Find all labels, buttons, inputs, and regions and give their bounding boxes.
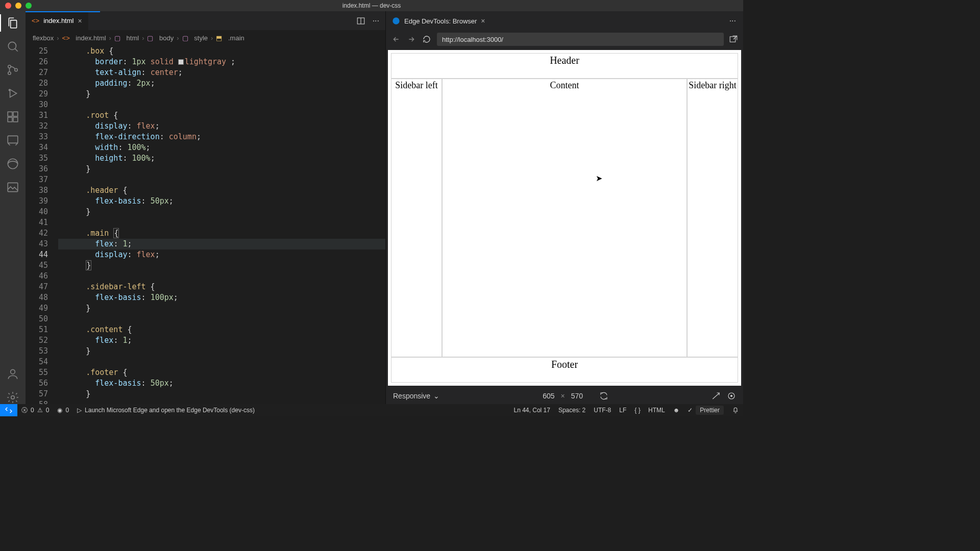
close-window-icon[interactable] bbox=[5, 3, 11, 9]
breadcrumbs[interactable]: flexbox › <> index.html › ▢ html › ▢ bod… bbox=[26, 31, 385, 45]
viewport-width[interactable]: 605 bbox=[543, 392, 554, 400]
close-icon[interactable]: × bbox=[78, 17, 82, 25]
task-label: Launch Microsoft Edge and open the Edge … bbox=[85, 407, 255, 414]
main-body: <> index.html × ··· flexbox › <> index.h… bbox=[0, 11, 743, 404]
chevron-right-icon: › bbox=[211, 34, 213, 42]
preview-header: Header bbox=[391, 53, 738, 79]
svg-point-12 bbox=[11, 369, 15, 374]
settings-gear-icon[interactable] bbox=[6, 391, 19, 404]
code-editor[interactable]: 2526272829303132333435363738394041424344… bbox=[26, 45, 385, 404]
tab-label: Edge DevTools: Browser bbox=[404, 17, 477, 25]
problems-group[interactable]: ⓧ0 ⚠0 bbox=[17, 406, 53, 415]
window-title: index.html — dev-css bbox=[342, 2, 401, 9]
edge-browser-icon bbox=[392, 17, 400, 25]
viewport-height[interactable]: 570 bbox=[571, 392, 583, 400]
split-editor-icon[interactable] bbox=[356, 16, 365, 26]
editor-tab-actions: ··· bbox=[356, 11, 385, 30]
svg-rect-6 bbox=[8, 117, 12, 122]
tab-edge-devtools[interactable]: Edge DevTools: Browser × bbox=[386, 11, 492, 31]
account-icon[interactable] bbox=[6, 367, 19, 381]
extensions-icon[interactable] bbox=[6, 110, 19, 123]
devtools-panel-icon[interactable] bbox=[6, 134, 19, 147]
reload-icon[interactable] bbox=[422, 34, 432, 44]
preview-sidebar-right: Sidebar right bbox=[687, 79, 738, 357]
svg-rect-11 bbox=[8, 183, 18, 191]
editor-column: <> index.html × ··· flexbox › <> index.h… bbox=[26, 11, 386, 404]
tab-index-html[interactable]: <> index.html × bbox=[26, 11, 89, 30]
html-file-icon: <> bbox=[32, 17, 39, 24]
code-area[interactable]: .box { border: 1px solid lightgray ; tex… bbox=[58, 45, 385, 404]
svg-rect-9 bbox=[8, 136, 18, 143]
svg-point-13 bbox=[11, 396, 15, 399]
remote-indicator[interactable] bbox=[0, 404, 17, 416]
inspect-icon[interactable] bbox=[727, 391, 736, 400]
close-icon[interactable]: × bbox=[481, 17, 485, 25]
chevron-right-icon: › bbox=[57, 34, 59, 42]
minimize-window-icon[interactable] bbox=[15, 3, 21, 9]
devtools-statusbar: Responsive ⌄ 605 × 570 bbox=[386, 388, 743, 404]
breadcrumb-folder[interactable]: flexbox bbox=[33, 34, 54, 42]
screenshot-icon[interactable] bbox=[712, 391, 721, 400]
chevron-right-icon: › bbox=[109, 34, 111, 42]
task-group[interactable]: ▷ Launch Microsoft Edge and open the Edg… bbox=[73, 407, 259, 414]
preview-sidebar-left: Sidebar left bbox=[391, 79, 442, 357]
svg-rect-7 bbox=[13, 117, 18, 122]
language-mode[interactable]: { } HTML bbox=[630, 407, 669, 414]
breadcrumb-html[interactable]: ▢ html bbox=[114, 34, 139, 42]
mouse-cursor-icon: ➤ bbox=[596, 173, 602, 183]
devtools-column: Edge DevTools: Browser × ··· bbox=[386, 11, 743, 404]
warning-icon: ⚠ bbox=[37, 407, 43, 414]
breadcrumb-body[interactable]: ▢ body bbox=[147, 34, 174, 42]
responsive-dropdown[interactable]: Responsive ⌄ bbox=[393, 392, 439, 400]
preview-main: Sidebar left Content ➤ Sidebar right bbox=[391, 79, 738, 357]
zoom-window-icon[interactable] bbox=[26, 3, 32, 9]
times-icon: × bbox=[560, 392, 565, 400]
svg-point-4 bbox=[9, 89, 10, 90]
open-external-icon[interactable] bbox=[729, 35, 738, 44]
bell-icon[interactable] bbox=[728, 407, 743, 414]
error-icon: ⓧ bbox=[21, 406, 28, 415]
source-control-icon[interactable] bbox=[6, 63, 19, 77]
address-bar[interactable]: http://localhost:3000/ bbox=[437, 33, 724, 46]
eol-setting[interactable]: LF bbox=[615, 407, 630, 414]
ports-group[interactable]: ◉0 bbox=[53, 407, 73, 414]
traffic-lights[interactable] bbox=[5, 3, 32, 9]
run-debug-icon[interactable] bbox=[6, 87, 19, 100]
rotate-icon[interactable] bbox=[599, 391, 608, 400]
devtools-tab-actions: ··· bbox=[729, 11, 743, 31]
encoding-setting[interactable]: UTF-8 bbox=[590, 407, 615, 414]
titlebar: index.html — dev-css bbox=[0, 0, 743, 11]
prettier-status[interactable]: ✓ Prettier bbox=[683, 406, 728, 415]
svg-point-0 bbox=[8, 42, 16, 49]
forward-icon[interactable] bbox=[406, 34, 416, 44]
search-icon[interactable] bbox=[6, 40, 19, 53]
url-text: http://localhost:3000/ bbox=[442, 36, 503, 43]
breadcrumb-file[interactable]: <> index.html bbox=[62, 34, 106, 42]
breadcrumb-style[interactable]: ▢ style bbox=[182, 34, 208, 42]
tab-label: index.html bbox=[43, 17, 74, 24]
svg-point-1 bbox=[8, 65, 11, 68]
broadcast-icon: ◉ bbox=[57, 407, 62, 414]
chevron-right-icon: › bbox=[142, 34, 144, 42]
edge-icon[interactable] bbox=[6, 157, 19, 170]
image-icon[interactable] bbox=[6, 181, 19, 194]
preview-footer: Footer bbox=[391, 357, 738, 383]
breadcrumb-selector[interactable]: ⬒ .main bbox=[216, 34, 244, 42]
preview-root: Header Sidebar left Content ➤ Sidebar ri… bbox=[391, 53, 738, 383]
active-tab-indicator bbox=[26, 11, 100, 12]
devtools-tabbar: Edge DevTools: Browser × ··· bbox=[386, 11, 743, 31]
preview-content: Content ➤ bbox=[442, 79, 687, 357]
smiley-icon[interactable]: ☻ bbox=[669, 407, 684, 414]
activity-bar bbox=[0, 11, 26, 404]
indent-setting[interactable]: Spaces: 2 bbox=[554, 407, 590, 414]
svg-point-3 bbox=[15, 68, 17, 71]
explorer-icon[interactable] bbox=[6, 16, 19, 30]
svg-point-2 bbox=[8, 72, 11, 74]
more-icon[interactable]: ··· bbox=[729, 16, 736, 26]
back-icon[interactable] bbox=[391, 34, 401, 44]
cursor-position[interactable]: Ln 44, Col 17 bbox=[510, 407, 554, 414]
svg-point-18 bbox=[731, 395, 732, 397]
more-icon[interactable]: ··· bbox=[373, 16, 379, 26]
svg-point-10 bbox=[8, 159, 18, 169]
browser-preview[interactable]: Header Sidebar left Content ➤ Sidebar ri… bbox=[388, 50, 741, 386]
